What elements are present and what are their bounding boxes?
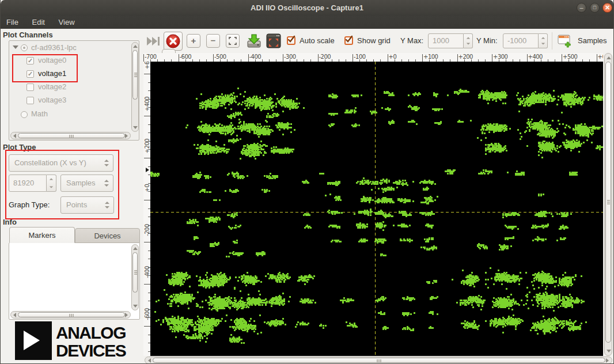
y-tick-label: -400 [144, 261, 150, 284]
showgrid-checkbox[interactable] [344, 36, 353, 45]
y-axis-ruler: +600+400+200+0-200-400-600 [143, 62, 150, 356]
tree-channel-voltage3[interactable]: voltage3 [38, 96, 66, 104]
y-tick-label: +600 [144, 62, 150, 74]
menu-file[interactable]: File [1, 16, 24, 29]
ymin-spin-buttons[interactable] [539, 33, 548, 48]
autoscale-checkbox[interactable] [287, 36, 295, 45]
x-major-tick [283, 54, 283, 62]
menu-bar: File Edit View [1, 16, 613, 29]
fullscreen-icon[interactable] [266, 33, 281, 50]
y-tick-label: -200 [144, 219, 150, 242]
analog-devices-logo-icon [15, 321, 52, 360]
y-major-tick [144, 74, 150, 74]
tab-devices[interactable]: Devices [75, 228, 140, 243]
ymax-value: 1000 [433, 34, 449, 48]
y-tick-label: +200 [144, 135, 150, 158]
x-major-tick [562, 54, 562, 62]
x-major-tick [422, 54, 423, 62]
tree-vscrollbar[interactable] [131, 42, 139, 132]
voltage2-checkbox[interactable] [26, 84, 34, 91]
y-major-tick [144, 200, 150, 200]
zoom-in-icon[interactable]: + [187, 34, 200, 48]
zoom-out-icon[interactable]: – [206, 34, 220, 48]
channels-annotation-box [12, 54, 78, 82]
minimize-button[interactable]: – [577, 3, 586, 13]
oscilloscope-window: ADI IIO Oscilloscope - Capture1 – □ ✕ Fi… [0, 0, 614, 364]
voltage3-checkbox[interactable] [26, 97, 34, 104]
x-major-tick [248, 54, 249, 62]
x-tick-label: +0 [389, 54, 397, 60]
capture-play-icon[interactable] [146, 36, 161, 48]
tree-device-label[interactable]: cf-ad9361-lpc [31, 43, 77, 52]
plot-type-annotation-box [5, 150, 119, 219]
title-bar[interactable]: ADI IIO Oscilloscope - Capture1 – □ ✕ [1, 0, 613, 17]
y-major-tick [144, 326, 150, 327]
ymax-spin-buttons[interactable] [464, 33, 473, 48]
x-major-tick [457, 54, 458, 62]
tree-hscrollbar[interactable] [10, 132, 131, 139]
ymax-spinbox[interactable]: 1000 [428, 33, 464, 48]
plot-channels-heading: Plot Channels [3, 31, 53, 39]
x-major-tick [353, 54, 353, 62]
x-major-tick [527, 54, 528, 62]
y-tick-label: -600 [144, 303, 150, 326]
tree-channel-voltage2[interactable]: voltage2 [38, 82, 66, 91]
samples-label: Samples [578, 36, 607, 46]
ymax-label: Y Max: [400, 36, 423, 46]
plot-vscrollbar[interactable] [604, 53, 612, 356]
markers-list[interactable] [9, 242, 140, 320]
x-major-tick [213, 54, 214, 62]
window-title: ADI IIO Oscilloscope - Capture1 [1, 0, 613, 16]
ymin-label: Y Min: [476, 36, 498, 46]
x-major-tick [597, 54, 597, 62]
y-tick-label: +400 [144, 93, 150, 116]
y-major-tick [144, 242, 150, 242]
x-major-tick [179, 54, 179, 62]
maximize-button[interactable]: □ [590, 3, 600, 13]
math-radio[interactable] [21, 111, 28, 118]
y-tick-label: +0 [144, 177, 150, 200]
y-major-tick [144, 284, 150, 285]
tab-markers[interactable]: Markers [9, 227, 75, 243]
y-major-tick [144, 116, 150, 116]
markers-hscrollbar[interactable] [10, 311, 131, 318]
ruler-position-marker [146, 168, 149, 172]
logo-line2: DEVICES [56, 342, 126, 359]
x-major-tick [318, 54, 319, 62]
ymin-value: -1000 [507, 34, 526, 48]
zoom-fit-icon[interactable] [226, 34, 240, 48]
x-axis-ruler: -700-600-500-400-300-200-100+0+100+200+3… [143, 53, 603, 62]
expander-icon[interactable] [13, 46, 18, 49]
analog-devices-wordmark: ANALOG DEVICES [56, 324, 126, 359]
tree-math-label[interactable]: Math [31, 109, 48, 118]
showgrid-label: Show grid [357, 36, 391, 46]
plot-hscrollbar[interactable] [145, 357, 612, 364]
y-major-tick [144, 158, 150, 158]
x-tick-label: +600 [598, 54, 604, 60]
save-icon[interactable] [246, 33, 262, 51]
menu-view[interactable]: View [53, 16, 81, 29]
toolbar-separator [552, 32, 552, 50]
menu-edit[interactable]: Edit [26, 16, 51, 29]
new-plot-icon[interactable] [557, 33, 572, 50]
logo-line1: ANALOG [56, 324, 126, 342]
ymin-spinbox[interactable]: -1000 [503, 33, 539, 48]
x-major-tick [143, 54, 144, 62]
stop-capture-button[interactable] [164, 32, 183, 51]
markers-vscrollbar[interactable] [131, 244, 139, 310]
x-major-tick [388, 54, 388, 62]
device-radio[interactable] [21, 44, 28, 51]
constellation-plot[interactable] [150, 62, 603, 356]
x-major-tick [492, 54, 492, 62]
close-button[interactable]: ✕ [602, 3, 612, 13]
autoscale-label: Auto scale [300, 36, 335, 46]
